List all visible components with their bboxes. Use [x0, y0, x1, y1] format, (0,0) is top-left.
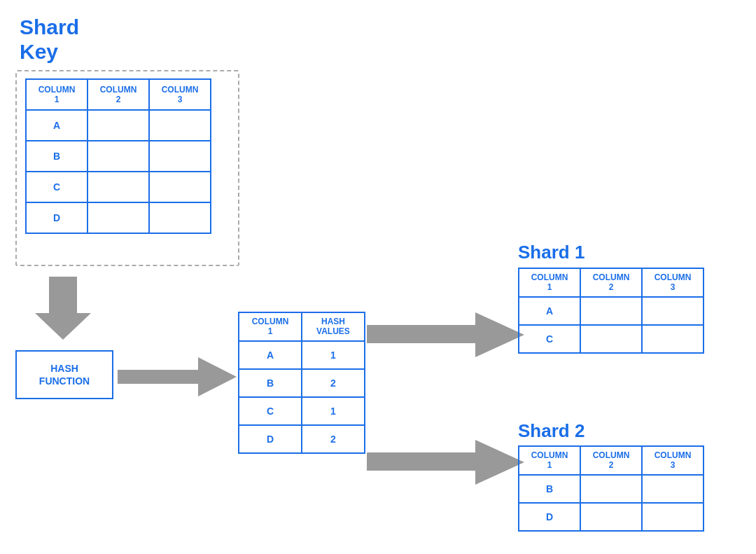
source-col1-header: COLUMN1: [26, 79, 88, 110]
svg-marker-0: [35, 277, 91, 340]
shard2-row-d-col3: [642, 503, 704, 531]
shard2-col1-header: COLUMN1: [519, 446, 580, 475]
source-table: COLUMN1 COLUMN2 COLUMN3 A B C D: [25, 78, 211, 234]
shard2-row-d-col2: [580, 503, 642, 531]
shard2-row-b-col3: [642, 475, 704, 503]
shard1-table: COLUMN1 COLUMN2 COLUMN3 A C: [518, 268, 704, 354]
hash-row-d-col: D: [239, 425, 302, 453]
svg-marker-1: [118, 357, 237, 396]
arrow-to-shard1: [367, 312, 528, 361]
shard2-col2-header: COLUMN2: [580, 446, 642, 475]
hash-row-a-col: A: [239, 341, 302, 369]
hash-row-c-val: 1: [302, 397, 365, 425]
shard2-row-d-col1: D: [519, 503, 580, 531]
source-col2-header: COLUMN2: [88, 79, 149, 110]
svg-marker-3: [367, 440, 524, 485]
shard2-row-b-col2: [580, 475, 642, 503]
source-row-c-col1: C: [26, 172, 88, 202]
hash-row-c-col: C: [239, 397, 302, 425]
arrow-hashfn-to-hashtable: [118, 357, 240, 399]
shard2-col3-header: COLUMN3: [642, 446, 704, 475]
source-row-a-col1: A: [26, 110, 88, 141]
hash-row-a-val: 1: [302, 341, 365, 369]
down-arrow: [35, 277, 91, 343]
hash-col1-header: COLUMN1: [239, 312, 302, 341]
shard1-col2-header: COLUMN2: [580, 268, 642, 297]
source-row-d-col2: [88, 202, 149, 233]
shard1-col1-header: COLUMN1: [519, 268, 580, 297]
source-row-a-col3: [149, 110, 211, 141]
hash-row-b-col: B: [239, 369, 302, 397]
hash-function-box: HASHFUNCTION: [15, 350, 113, 399]
shard1-row-a-col3: [642, 297, 704, 325]
shard1-row-a-col2: [580, 297, 642, 325]
shard2-row-b-col1: B: [519, 475, 580, 503]
source-row-b-col3: [149, 141, 211, 172]
shard1-row-a-col1: A: [519, 297, 580, 325]
hash-row-d-val: 2: [302, 425, 365, 453]
source-row-a-col2: [88, 110, 149, 141]
source-row-c-col3: [149, 172, 211, 202]
shard-key-title: ShardKey: [20, 15, 79, 64]
source-row-b-col2: [88, 141, 149, 172]
hash-row-b-val: 2: [302, 369, 365, 397]
svg-marker-2: [367, 312, 524, 357]
hash-values-table: COLUMN1 HASHVALUES A 1 B 2 C 1 D 2: [238, 312, 365, 454]
source-row-d-col1: D: [26, 202, 88, 233]
source-row-c-col2: [88, 172, 149, 202]
shard1-title: Shard 1: [518, 242, 584, 263]
source-col3-header: COLUMN3: [149, 79, 211, 110]
source-row-b-col1: B: [26, 141, 88, 172]
shard2-title: Shard 2: [518, 420, 584, 442]
shard1-row-c-col1: C: [519, 325, 580, 353]
source-row-d-col3: [149, 202, 211, 233]
shard1-row-c-col3: [642, 325, 704, 353]
shard1-row-c-col2: [580, 325, 642, 353]
shard2-table: COLUMN1 COLUMN2 COLUMN3 B D: [518, 445, 704, 532]
arrow-to-shard2: [367, 440, 528, 489]
hash-values-header: HASHVALUES: [302, 312, 365, 341]
shard1-col3-header: COLUMN3: [642, 268, 704, 297]
